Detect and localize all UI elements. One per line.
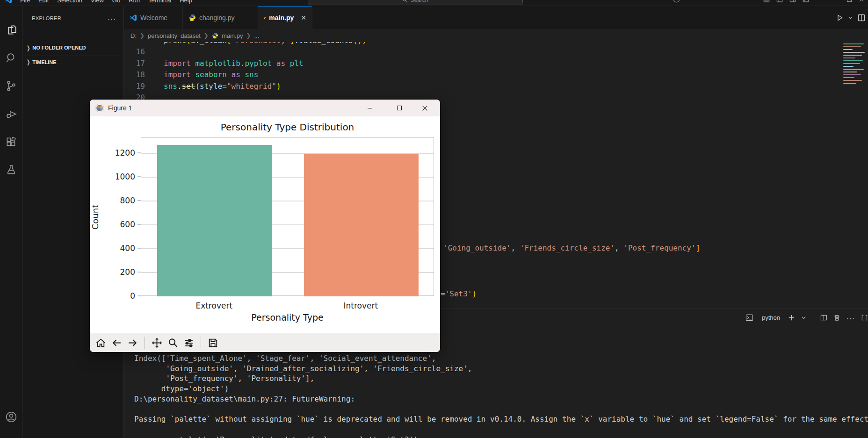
minimap-line [843,74,861,75]
code-token: = [222,82,227,91]
matplotlib-icon [95,104,104,112]
figure-title-bar[interactable]: Figure 1 [90,100,440,116]
minimap-line [843,80,862,81]
search-command-center[interactable]: Search [308,0,523,5]
copilot-icon[interactable] [673,0,680,3]
y-tick-mark [137,152,141,153]
breadcrumb-folder[interactable]: personality_dataset [148,32,201,39]
new-terminal-icon[interactable] [788,314,795,321]
menu-item-selection[interactable]: Selection [53,0,86,4]
line-number: 17 [124,58,145,69]
y-tick-mark [137,176,141,177]
chart-axes [141,137,434,296]
code-token: 'Going_outside' [443,244,511,252]
pan-icon[interactable] [152,337,162,348]
terminal-output: Index(['Time_spent_Alone', 'Stage_fear',… [134,353,868,438]
tab-welcome[interactable]: Welcome [124,6,183,29]
source-control-icon[interactable] [5,80,17,92]
account-icon[interactable] [5,411,17,423]
configure-subplots-icon[interactable] [183,337,194,348]
menu-item-terminal[interactable]: Terminal [144,0,175,4]
menu-item-view[interactable]: View [87,0,108,4]
minimap[interactable] [841,41,868,92]
minimap-line [843,72,857,72]
save-icon[interactable] [208,337,218,348]
run-and-debug-icon[interactable] [5,108,17,120]
zoom-to-rect-icon[interactable] [167,337,178,348]
sidebar-section-timeline[interactable]: ❯ TIMELINE [22,56,123,68]
code-text: import matplotlib.pyplot as plt [145,59,304,68]
search-view-icon[interactable] [5,52,17,64]
more-actions-icon[interactable]: ··· [108,14,116,22]
y-tick-label: 1200 [91,148,135,158]
split-terminal-icon[interactable] [820,314,827,321]
breadcrumb-symbol[interactable]: ... [254,32,259,39]
y-tick-mark [137,272,141,273]
more-actions-ellipsis-icon[interactable]: ··· [846,314,855,322]
forward-icon[interactable] [127,337,138,348]
chevron-right-icon: ❯ [204,32,209,39]
tab-changing-py[interactable]: changing.py [183,6,258,29]
code-token: style [200,82,222,91]
code-line-16: 16 [124,46,868,57]
matplotlib-figure-window[interactable]: Figure 1 Personality Type Distribution C… [90,100,440,352]
window-maximize-icon[interactable] [846,0,852,2]
figure-window-title: Figure 1 [108,104,132,112]
chart-ylabel: Count [90,185,100,250]
toolbar-separator [201,337,201,349]
toggle-sidebar-icon[interactable] [776,0,783,3]
code-token: sns [245,70,258,79]
close-tab-icon[interactable]: ✕ [301,14,306,22]
figure-minimize-button[interactable] [359,100,380,116]
launch-profile-chevron-icon[interactable] [801,315,806,320]
customize-layout-icon[interactable] [803,0,809,3]
run-python-file-icon[interactable] [835,14,844,22]
menu-item-help[interactable]: Help [175,0,196,4]
breadcrumb: D: ❯ personality_dataset ❯ main.py ❯ ... [124,29,868,42]
terminal-line: sns.countplot(x='Personality', data=df_c… [134,435,868,438]
tab-main-py[interactable]: main.py ✕ [258,6,312,29]
menu-item-file[interactable]: File [16,0,34,4]
code-token: 'Post_frequency' [623,244,695,252]
breadcrumb-file[interactable]: main.py [222,32,243,39]
terminal-line: 'Going_outside', 'Drained_after_socializ… [134,364,868,374]
kill-terminal-trash-icon[interactable] [833,314,840,321]
settings-gear-icon[interactable] [5,436,17,438]
run-dropdown-chevron-icon[interactable] [848,15,853,20]
sidebar-section-no-folder-opened[interactable]: ❯ NO FOLDER OPENED [22,42,123,54]
menu-item-run[interactable]: Run [124,0,144,4]
code-token: ) [472,289,477,298]
code-token: 'Friends_circle_size' [520,244,615,252]
figure-close-button[interactable] [414,100,435,116]
y-tick-label: 800 [91,196,135,205]
figure-maximize-button[interactable] [389,100,410,116]
code-token: ) [276,82,281,91]
breadcrumb-drive[interactable]: D: [130,32,137,39]
maximize-panel-icon[interactable] [861,314,868,321]
vscode-logo-icon [5,0,12,4]
code-line-19: 19sns.set(style="whitegrid") [124,81,868,92]
chevron-right-icon: ❯ [27,58,30,65]
code-token: plt [290,59,304,68]
minimap-line [843,57,855,58]
back-icon[interactable] [111,337,122,348]
editor-tab-bar: Welcome changing.py main.py ✕ [124,6,868,29]
menu-item-edit[interactable]: Edit [34,0,53,4]
toggle-secondary-sidebar-icon[interactable] [789,0,796,3]
window-minimize-icon[interactable] [834,0,840,2]
activity-bar [0,6,22,438]
terminal-line [134,424,868,435]
chart-xlabel: Personality Type [141,312,434,323]
menu-item-go[interactable]: Go [108,0,124,4]
split-editor-icon[interactable] [858,14,865,22]
chart-canvas: Personality Type Distribution Count Pers… [90,116,440,333]
home-icon[interactable] [95,337,106,348]
toggle-panel-icon[interactable] [763,0,770,3]
window-close-icon[interactable] [859,0,864,2]
extensions-icon[interactable] [5,136,17,148]
testing-flask-icon[interactable] [5,164,17,176]
minimap-line [843,46,861,47]
minimap-line [843,83,856,84]
explorer-icon[interactable] [5,24,17,36]
terminal-icon [745,314,753,322]
